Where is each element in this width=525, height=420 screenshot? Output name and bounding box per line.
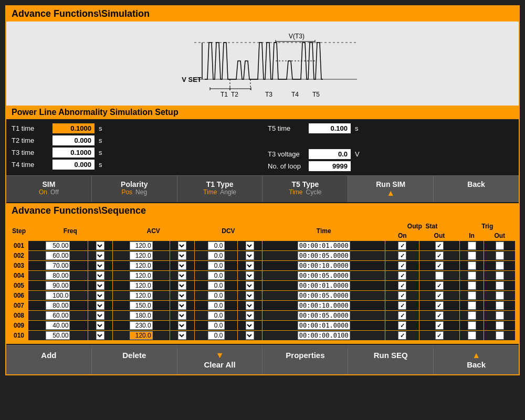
dcv-input[interactable] — [208, 281, 225, 290]
time-input[interactable] — [298, 311, 350, 320]
freq-cell[interactable] — [28, 331, 88, 341]
acv-cell[interactable] — [112, 241, 170, 251]
freq-input[interactable] — [46, 311, 70, 320]
freq-type-select[interactable]: ╱ — [96, 271, 104, 280]
acv-cell[interactable] — [112, 251, 170, 261]
acv-type-cell[interactable]: ⌐ — [170, 241, 194, 251]
dcv-type-cell[interactable]: ⌐ — [238, 241, 262, 251]
no-of-loop-input[interactable] — [309, 161, 351, 171]
acv-cell[interactable] — [112, 281, 170, 291]
acv-type-cell[interactable]: ⌐ — [170, 261, 194, 271]
freq-type-select[interactable]: ╱ — [96, 251, 104, 260]
time-input[interactable] — [298, 331, 350, 340]
freq-input[interactable] — [46, 251, 70, 260]
freq-type-cell[interactable]: ╱ — [88, 281, 112, 291]
freq-input[interactable] — [46, 281, 70, 290]
freq-cell[interactable] — [28, 251, 88, 261]
freq-type-cell[interactable]: ╱ — [88, 321, 112, 331]
time-cell[interactable] — [262, 271, 385, 281]
time-cell[interactable] — [262, 261, 385, 271]
time-input[interactable] — [298, 261, 350, 270]
acv-type-cell[interactable]: ╱ — [170, 301, 194, 311]
clear-all-btn[interactable]: ▼ Clear All — [177, 345, 263, 374]
run-sim-btn[interactable]: Run SIM ▲ — [348, 176, 434, 202]
sim-back-btn[interactable]: Back — [434, 176, 519, 202]
acv-input[interactable] — [130, 301, 153, 310]
time-cell[interactable] — [262, 331, 385, 341]
freq-type-cell[interactable]: ╱ — [88, 251, 112, 261]
t5-type-btn[interactable]: T5 Type Time Cycle — [262, 176, 348, 202]
delete-btn[interactable]: Delete — [92, 345, 177, 374]
dcv-type-cell[interactable]: ⌐ — [238, 291, 262, 301]
acv-type-select[interactable]: ╱ — [178, 301, 186, 310]
dcv-type-cell[interactable]: ⌐ — [238, 311, 262, 321]
dcv-input[interactable] — [208, 311, 225, 320]
dcv-input[interactable] — [208, 321, 225, 330]
freq-input[interactable] — [46, 271, 70, 280]
time-cell[interactable] — [262, 321, 385, 331]
time-cell[interactable] — [262, 281, 385, 291]
freq-type-select[interactable]: ╱ — [96, 242, 104, 250]
sim-toggle-btn[interactable]: SIM On Off — [6, 176, 92, 202]
dcv-type-select[interactable]: ⌐ — [246, 271, 254, 280]
acv-type-cell[interactable]: ⌐ — [170, 291, 194, 301]
acv-type-cell[interactable]: ⌐ — [170, 311, 194, 321]
acv-cell[interactable] — [112, 331, 170, 341]
dcv-type-select[interactable]: ⌐ — [246, 251, 254, 260]
dcv-type-select[interactable]: ⌐ — [246, 242, 254, 250]
acv-input[interactable] — [130, 311, 153, 320]
t5-time-input[interactable] — [309, 123, 351, 133]
dcv-type-select[interactable]: ⌐ — [246, 291, 254, 300]
freq-cell[interactable] — [28, 291, 88, 301]
t4-time-input[interactable] — [52, 160, 94, 170]
dcv-type-select[interactable]: ⌐ — [246, 281, 254, 290]
acv-type-cell[interactable]: ⌐ — [170, 321, 194, 331]
acv-input[interactable] — [130, 291, 153, 300]
time-cell[interactable] — [262, 241, 385, 251]
dcv-cell[interactable] — [194, 281, 238, 291]
time-input[interactable] — [298, 271, 350, 280]
acv-cell[interactable] — [112, 291, 170, 301]
freq-cell[interactable] — [28, 271, 88, 281]
freq-cell[interactable] — [28, 241, 88, 251]
freq-type-select[interactable]: ╱ — [96, 261, 104, 270]
freq-type-cell[interactable]: ⌐ — [88, 301, 112, 311]
dcv-type-select[interactable]: ⌐ — [246, 301, 254, 310]
acv-input[interactable] — [130, 321, 153, 330]
dcv-cell[interactable] — [194, 261, 238, 271]
time-input[interactable] — [298, 281, 350, 290]
time-input[interactable] — [298, 321, 350, 330]
dcv-type-cell[interactable]: ⌐ — [238, 301, 262, 311]
acv-type-select[interactable]: ⌐ — [178, 311, 186, 320]
dcv-type-select[interactable]: ⌐ — [246, 331, 254, 340]
acv-cell[interactable] — [112, 261, 170, 271]
dcv-cell[interactable] — [194, 291, 238, 301]
dcv-input[interactable] — [208, 242, 225, 250]
t3-time-input[interactable] — [52, 148, 94, 158]
freq-type-cell[interactable]: ╱ — [88, 261, 112, 271]
time-cell[interactable] — [262, 311, 385, 321]
dcv-cell[interactable] — [194, 271, 238, 281]
dcv-input[interactable] — [208, 331, 225, 340]
dcv-type-cell[interactable]: ⌐ — [238, 321, 262, 331]
freq-type-cell[interactable]: ⌐ — [88, 311, 112, 321]
freq-input[interactable] — [46, 242, 70, 250]
freq-type-cell[interactable]: ╱ — [88, 291, 112, 301]
freq-input[interactable] — [46, 261, 70, 270]
freq-type-cell[interactable]: ╱ — [88, 271, 112, 281]
freq-cell[interactable] — [28, 281, 88, 291]
acv-type-select[interactable]: ⌐ — [178, 261, 186, 270]
dcv-cell[interactable] — [194, 331, 238, 341]
t1-type-btn[interactable]: T1 Type Time Angle — [177, 176, 263, 202]
acv-input[interactable] — [130, 251, 153, 260]
acv-input[interactable] — [130, 271, 153, 280]
acv-type-select[interactable]: ⌐ — [178, 251, 186, 260]
freq-type-select[interactable]: ⌐ — [96, 301, 104, 310]
acv-type-cell[interactable]: ⌐ — [170, 281, 194, 291]
dcv-type-select[interactable]: ⌐ — [246, 321, 254, 330]
freq-type-select[interactable]: ⌐ — [96, 331, 104, 340]
acv-cell[interactable] — [112, 311, 170, 321]
acv-input[interactable] — [130, 261, 153, 270]
freq-type-select[interactable]: ╱ — [96, 291, 104, 300]
freq-type-cell[interactable]: ╱ — [88, 241, 112, 251]
